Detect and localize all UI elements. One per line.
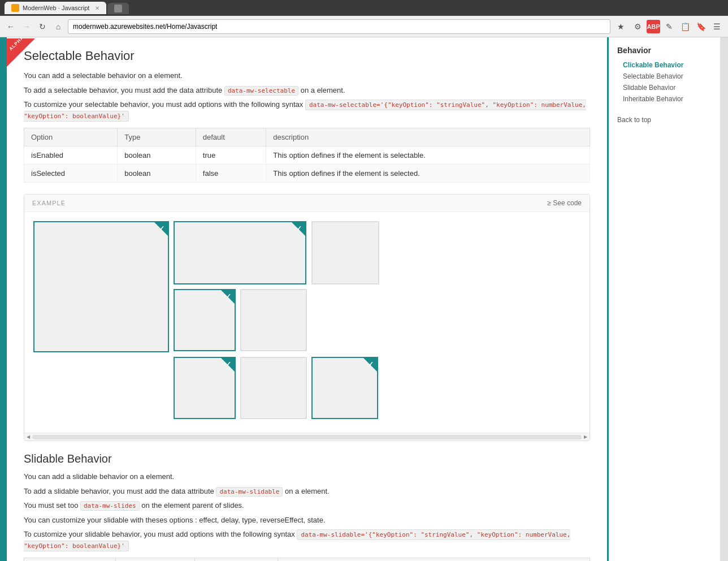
example-scrollbar[interactable]: ◀ ▶ <box>24 433 590 441</box>
selectable-desc2: To add a selectable behavior, you must a… <box>24 85 590 96</box>
address-bar[interactable] <box>68 19 610 34</box>
slidable-desc2: To add a slidable behavior, you must add… <box>24 486 590 497</box>
slidable-desc1: You can add a slidable behavior on a ele… <box>24 471 590 482</box>
page-scrollbar[interactable] <box>720 37 728 561</box>
nav-reload-button[interactable]: ↻ <box>36 20 49 33</box>
settings-icon[interactable]: ⚙ <box>631 20 644 33</box>
slidable-title: Slidable Behavior <box>24 452 590 465</box>
tile-8[interactable] <box>311 357 378 419</box>
col-option: Option <box>24 128 118 146</box>
col-description: description <box>266 128 590 146</box>
slidable-col-description: description <box>278 558 590 562</box>
tiles-right-col <box>174 221 307 352</box>
tile-6[interactable] <box>174 357 236 419</box>
right-nav-item-clickable[interactable]: Clickable Behavior <box>617 59 712 71</box>
selectable-code1: data-mw-selectable <box>224 86 298 96</box>
slidable-desc5: To customize your slidable behavior, you… <box>24 529 590 551</box>
see-code-button[interactable]: ≥ See code <box>547 199 582 207</box>
tile-4[interactable] <box>240 289 307 351</box>
tab-close-icon[interactable]: ✕ <box>95 5 99 11</box>
slidable-col-default: default <box>195 558 278 562</box>
content-area: Selectable Behavior You can add a select… <box>7 37 607 561</box>
tab2-favicon <box>114 5 122 12</box>
table-row: isEnabled boolean true This option defin… <box>24 146 590 165</box>
slidable-desc4: You can customize your slidable with the… <box>24 515 590 526</box>
selectable-options-table: Option Type default description isEnable… <box>24 128 590 183</box>
browser-titlebar: ModernWeb · Javascript ✕ <box>0 0 728 16</box>
tab-title: ModernWeb · Javascript <box>23 5 89 11</box>
tab-favicon <box>11 4 19 12</box>
inactive-tab[interactable] <box>107 3 129 14</box>
example-header: EXAMPLE ≥ See code <box>24 195 590 212</box>
active-tab[interactable]: ModernWeb · Javascript ✕ <box>5 2 106 14</box>
col-default: default <box>196 128 266 146</box>
pen-icon[interactable]: ✎ <box>662 20 676 33</box>
left-sidebar <box>0 37 7 561</box>
right-nav-item-slidable[interactable]: Slidable Behavior <box>617 82 712 93</box>
selectable-desc3: To customize your selectable behavior, y… <box>24 99 590 121</box>
bookmark-icon[interactable]: ★ <box>614 20 627 33</box>
selectable-desc1: You can add a selectable behavior on a e… <box>24 70 590 81</box>
col-type: Type <box>118 128 196 146</box>
slidable-code1: data-mw-slidable <box>216 487 283 497</box>
scroll-left-arrow[interactable]: ◀ <box>24 433 32 441</box>
slidable-col-type: Type <box>115 558 194 562</box>
bookmark2-icon[interactable]: 🔖 <box>694 20 708 33</box>
abp-icon[interactable]: ABP <box>647 20 660 33</box>
menu-icon[interactable]: ☰ <box>710 20 723 33</box>
nav-home-button[interactable]: ⌂ <box>52 20 64 33</box>
selectable-title: Selectable Behavior <box>24 49 590 63</box>
tile-3[interactable] <box>174 289 236 351</box>
tile-7[interactable] <box>240 357 307 419</box>
example-label: EXAMPLE <box>32 200 66 206</box>
alpha-corner <box>7 38 35 67</box>
scroll-track[interactable] <box>32 435 582 439</box>
example-content <box>24 212 590 433</box>
slidable-desc3: You must set too data-mw-slides on the e… <box>24 500 590 511</box>
right-nav-item-selectable[interactable]: Selectable Behavior <box>617 71 712 82</box>
nav-back-button[interactable]: ← <box>5 20 17 33</box>
right-nav: Behavior Clickable Behavior Selectable B… <box>607 37 720 561</box>
right-nav-section-label: Behavior <box>617 46 712 55</box>
tile-5[interactable] <box>311 221 379 284</box>
tiles-container <box>33 221 580 419</box>
slidable-options-table: Option Type default description isEnable… <box>24 558 590 561</box>
scroll-right-arrow[interactable]: ▶ <box>582 433 590 441</box>
right-nav-item-inheritable[interactable]: Inheritable Behavior <box>617 93 712 105</box>
tab-bar: ModernWeb · Javascript ✕ <box>5 2 129 14</box>
slidable-code2: data-mw-slides <box>80 501 140 511</box>
browser-toolbar: ← → ↻ ⌂ ★ ⚙ ABP ✎ 📋 🔖 ☰ <box>0 16 728 37</box>
note-icon[interactable]: 📋 <box>678 20 692 33</box>
slidable-col-option: Option <box>24 558 116 562</box>
example-box: EXAMPLE ≥ See code <box>24 194 590 441</box>
tile-1[interactable] <box>33 221 169 352</box>
nav-forward-button[interactable]: → <box>20 20 33 33</box>
tile-2[interactable] <box>174 221 306 284</box>
back-to-top-link[interactable]: Back to top <box>617 116 712 124</box>
table-row: isSelected boolean false This option def… <box>24 165 590 183</box>
